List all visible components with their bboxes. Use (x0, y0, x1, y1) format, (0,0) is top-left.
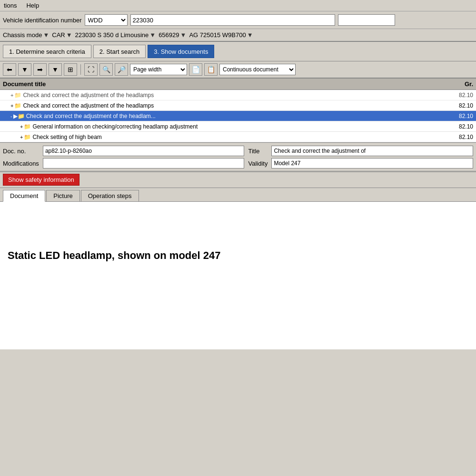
table-row[interactable]: + 📁 Check setting of high beam 82.10 (0, 132, 476, 142)
row-gr: 82.10 (445, 123, 473, 130)
row-text: Check and correct the adjustment of the … (23, 92, 445, 99)
tabs-row: Document Picture Operation steps (0, 188, 476, 202)
vin-row: Vehicle identification number WDD (0, 11, 476, 29)
nav-back-button[interactable]: ⬅ (3, 63, 16, 76)
select-tool-button[interactable]: ⛶ (84, 63, 98, 76)
doc-no-label: Doc. no. (3, 148, 39, 155)
tab-document[interactable]: Document (3, 190, 45, 202)
row-text: Check and correct the adjustment of the … (26, 113, 445, 119)
step3-button[interactable]: 3. Show documents (148, 45, 214, 58)
chassis-mode-chevron: ▼ (43, 31, 49, 39)
step2-button[interactable]: 2. Start search (93, 45, 146, 58)
row-gr: 82.10 (445, 134, 473, 140)
table-row[interactable]: + 📁 General information on checking/corr… (0, 121, 476, 132)
folder-icon: 📁 (14, 102, 21, 109)
safety-row: Show safety information (0, 172, 476, 188)
model-dropdown[interactable]: 223030 S 350 d Limousine ▼ (75, 31, 156, 39)
folder-icon: 📁 (14, 92, 21, 99)
row-text: Check and correct the adjustment of the … (23, 102, 445, 109)
car-dropdown[interactable]: CAR ▼ (52, 31, 72, 39)
chassis-row: Chassis mode ▼ CAR ▼ 223030 S 350 d Limo… (0, 29, 476, 42)
document-list-header: Document title Gr. (0, 79, 476, 90)
doc-gr-header: Gr. (445, 80, 473, 88)
expand-icon[interactable]: + (20, 124, 23, 129)
folder-icon: ▶📁 (13, 113, 25, 119)
model-label: 223030 S 350 d Limousine (75, 31, 149, 39)
validity-label: Validity (248, 160, 268, 167)
modifications-input[interactable] (43, 158, 245, 169)
nav-forward-dropdown-button[interactable]: ▼ (49, 63, 62, 76)
code1-dropdown[interactable]: 656929 ▼ (159, 31, 186, 39)
row-gr: 82.10 (445, 92, 473, 99)
code2-label: AG 725015 W9B700 (189, 31, 246, 39)
car-label: CAR (52, 31, 65, 39)
view-mode-select[interactable]: Continuous document (219, 64, 296, 75)
step1-button[interactable]: 1. Determine search criteria (3, 45, 91, 58)
content-area: Static LED headlamp, shown on model 247 (0, 202, 476, 349)
content-heading: Static LED headlamp, shown on model 247 (8, 249, 470, 262)
expand-icon[interactable]: + (10, 103, 13, 109)
tab-operation-steps[interactable]: Operation steps (81, 190, 139, 201)
title-input[interactable] (271, 146, 473, 156)
code1-label: 656929 (159, 31, 179, 39)
code1-chevron: ▼ (180, 31, 187, 39)
car-chevron: ▼ (66, 31, 72, 39)
doc-details-panel: Doc. no. Title Modifications Validity (0, 143, 476, 172)
validity-input[interactable] (271, 158, 473, 169)
expand-icon[interactable]: - (10, 113, 12, 119)
chassis-mode-dropdown[interactable]: Chassis mode ▼ (3, 31, 49, 39)
toolbar-row: ⬅ ▼ ➡ ▼ ⊞ ⛶ 🔍 🔎 Page width 📄 📋 Continuou… (0, 61, 476, 79)
toolbar-divider1 (80, 64, 81, 75)
code2-chevron: ▼ (247, 31, 253, 39)
menu-item-options[interactable]: tions (2, 1, 19, 10)
model-chevron: ▼ (149, 31, 156, 39)
row-text: General information on checking/correcti… (32, 123, 445, 130)
tab-picture[interactable]: Picture (46, 190, 79, 201)
chassis-mode-label: Chassis mode (3, 31, 42, 39)
vin-label: Vehicle identification number (3, 17, 82, 24)
title-label: Title (248, 148, 268, 155)
row-text: Check setting of high beam (32, 134, 445, 140)
table-row[interactable]: - ▶📁 Check and correct the adjustment of… (0, 111, 476, 121)
document-list-area: Document title Gr. + 📁 Check and correct… (0, 79, 476, 143)
vin-prefix-select[interactable]: WDD (85, 14, 128, 26)
doc-no-input[interactable] (43, 146, 245, 156)
single-page-button[interactable]: 📄 (189, 63, 202, 76)
steps-row: 1. Determine search criteria 2. Start se… (0, 42, 476, 61)
zoom-out-button[interactable]: 🔍 (99, 63, 113, 76)
nav-forward-button[interactable]: ➡ (33, 63, 47, 76)
table-row[interactable]: + 📁 Check and correct the adjustment of … (0, 100, 476, 111)
zoom-select[interactable]: Page width (130, 64, 187, 75)
fit-window-button[interactable]: ⊞ (64, 63, 77, 76)
menu-bar: tions Help (0, 0, 476, 11)
menu-item-help[interactable]: Help (24, 1, 41, 10)
code2-dropdown[interactable]: AG 725015 W9B700 ▼ (189, 31, 253, 39)
two-page-button[interactable]: 📋 (204, 63, 218, 76)
row-gr: 82.10 (445, 102, 473, 109)
nav-dropdown-button[interactable]: ▼ (18, 63, 31, 76)
expand-icon[interactable]: + (20, 134, 23, 140)
safety-button[interactable]: Show safety information (3, 174, 79, 186)
vin-extra-input[interactable] (338, 14, 395, 26)
row-gr: 82.10 (445, 113, 473, 119)
vin-number-input[interactable] (130, 14, 335, 26)
folder-icon: 📁 (24, 134, 31, 140)
table-row[interactable]: + 📁 Check and correct the adjustment of … (0, 90, 476, 100)
expand-icon[interactable]: + (10, 92, 13, 98)
zoom-in-button[interactable]: 🔎 (115, 63, 128, 76)
doc-title-header: Document title (3, 80, 445, 88)
modifications-label: Modifications (3, 160, 39, 167)
folder-icon: 📁 (24, 123, 31, 130)
